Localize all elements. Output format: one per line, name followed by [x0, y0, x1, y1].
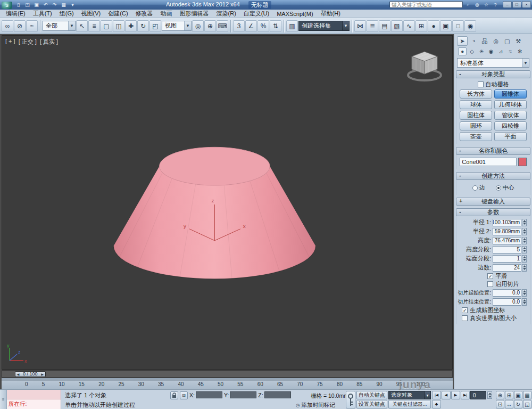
select-and-scale-icon[interactable]: ◰: [149, 20, 161, 32]
snaps-toggle-icon[interactable]: 3: [233, 20, 245, 32]
macro-recorder-line[interactable]: [7, 390, 61, 399]
object-type-button[interactable]: 圆环: [460, 121, 492, 130]
checkbox[interactable]: [462, 315, 468, 321]
rollout-header[interactable]: - 对象类型: [456, 70, 530, 78]
category-systems[interactable]: ✻: [516, 47, 524, 55]
rollout-header[interactable]: - 创建方法: [456, 172, 530, 180]
checkbox[interactable]: [487, 281, 493, 287]
parameter-value-field[interactable]: 24: [493, 264, 521, 272]
menu-item[interactable]: 修改器: [132, 10, 157, 18]
maximize-viewport-icon[interactable]: ◱: [523, 400, 531, 408]
spinner[interactable]: [522, 289, 527, 297]
rollout-header[interactable]: - 名称和颜色: [456, 147, 530, 155]
selection-filter-dropdown[interactable]: 全部 ▼: [43, 21, 76, 31]
select-and-move-icon[interactable]: ✚: [125, 20, 137, 32]
favorites-icon[interactable]: ☆: [483, 1, 490, 8]
frame-spinner[interactable]: [487, 391, 492, 399]
qat-dropdown-icon[interactable]: ▾: [69, 1, 77, 9]
project-folder-icon[interactable]: ▦: [60, 1, 68, 9]
parameter-value-field[interactable]: 0.0: [493, 289, 521, 297]
creation-method-option[interactable]: 中心: [496, 184, 514, 192]
parameter-value-field[interactable]: 0.0: [493, 298, 521, 306]
checkbox[interactable]: [462, 307, 468, 313]
category-lights[interactable]: ☀: [477, 47, 486, 55]
percent-snap-icon[interactable]: %: [257, 20, 269, 32]
chevron-down-icon[interactable]: ▼: [68, 21, 75, 30]
pan-icon[interactable]: ↔: [505, 400, 513, 408]
menu-item[interactable]: 视图(V): [78, 10, 105, 18]
menu-item[interactable]: 渲染(R): [213, 10, 240, 18]
object-name-field[interactable]: Cone001: [460, 158, 517, 166]
redo-icon[interactable]: ↷: [51, 1, 59, 9]
new-scene-icon[interactable]: ▯: [14, 1, 22, 9]
communication-center-icon[interactable]: ◍: [473, 1, 481, 8]
close-button[interactable]: ×: [522, 1, 531, 8]
object-type-button[interactable]: 几何球体: [494, 100, 527, 109]
time-slider-handle[interactable]: ◀ 0 / 100 ▶: [15, 371, 46, 377]
tab-motion[interactable]: ◎: [491, 36, 501, 46]
zoom-all-icon[interactable]: ⊞: [505, 391, 513, 399]
absolute-offset-toggle[interactable]: ⊡: [180, 391, 188, 399]
object-type-button[interactable]: 圆柱体: [460, 111, 492, 120]
menu-item[interactable]: 帮助(H): [317, 10, 344, 18]
category-geometry[interactable]: ●: [458, 47, 467, 55]
checkbox[interactable]: [487, 273, 493, 279]
spinner[interactable]: [522, 264, 527, 272]
coordinate-field[interactable]: [230, 391, 256, 398]
object-type-button[interactable]: 平面: [494, 132, 527, 141]
chevron-down-icon[interactable]: ▼: [184, 21, 191, 30]
select-object-icon[interactable]: ↖: [76, 20, 88, 32]
previous-frame-icon[interactable]: ◀: [442, 391, 451, 399]
parameter-value-field[interactable]: 5: [493, 246, 521, 253]
object-type-button[interactable]: 四棱锥: [494, 121, 527, 130]
time-slider-track[interactable]: ◀ 0 / 100 ▶: [2, 370, 453, 378]
object-color-swatch[interactable]: [518, 158, 527, 166]
parameter-value-field[interactable]: 76.476mm: [493, 237, 521, 244]
go-to-start-icon[interactable]: |◀: [432, 391, 441, 399]
maximize-button[interactable]: □: [512, 1, 521, 8]
object-type-button[interactable]: 管状体: [494, 111, 527, 120]
select-by-name-icon[interactable]: ≡: [88, 20, 100, 32]
tab-hierarchy[interactable]: 品: [479, 36, 490, 46]
render-setup-icon[interactable]: ▣: [440, 20, 452, 32]
layer-manager-icon[interactable]: ▤: [379, 20, 390, 32]
menu-item[interactable]: 自定义(U): [240, 10, 273, 18]
frame-back-arrow-icon[interactable]: ◀: [15, 372, 21, 376]
mirror-icon[interactable]: ⋈: [354, 20, 366, 32]
spinner-snap-icon[interactable]: ⇅: [270, 20, 281, 32]
listener-line[interactable]: 所在行:: [7, 399, 61, 409]
coordinate-field[interactable]: [264, 391, 291, 398]
named-selection-sets-combo[interactable]: 创建选择集 ▼: [298, 21, 350, 31]
timeline-ruler[interactable]: 0510152025303540455055606570758085909510…: [2, 378, 453, 389]
search-icon[interactable]: ⌕: [464, 1, 472, 8]
parameter-value-field[interactable]: 59.809mm: [493, 228, 521, 235]
menu-item[interactable]: 图形编辑器: [176, 10, 213, 18]
category-shapes[interactable]: ◇: [468, 47, 476, 55]
reference-coordinate-dropdown[interactable]: 视图 ▼: [162, 21, 192, 31]
keyboard-override-icon[interactable]: ⌨: [217, 20, 228, 32]
parameter-value-field[interactable]: 100.103mm: [493, 219, 521, 226]
key-filters-button[interactable]: 关键点过滤器...: [388, 400, 431, 408]
parameter-value-field[interactable]: 1: [493, 255, 521, 263]
viewport-pov-menu[interactable]: [ 正交 ]: [19, 38, 37, 46]
add-time-tag[interactable]: ◷ 添加时间标记: [296, 402, 335, 409]
help-icon[interactable]: ?: [492, 1, 499, 8]
spinner[interactable]: [522, 298, 527, 306]
edit-named-selection-sets-icon[interactable]: ▥: [286, 20, 298, 32]
select-and-rotate-icon[interactable]: ↻: [137, 20, 149, 32]
tab-utilities[interactable]: ⚒: [513, 36, 523, 46]
menu-item[interactable]: 组(G): [56, 10, 78, 18]
save-file-icon[interactable]: ▣: [32, 1, 40, 9]
chevron-down-icon[interactable]: ▼: [522, 59, 529, 67]
use-pivot-center-icon[interactable]: ◎: [192, 20, 204, 32]
curve-editor-icon[interactable]: ∿: [403, 20, 415, 32]
selection-lock-toggle[interactable]: [170, 391, 178, 399]
viewport-shading-menu[interactable]: [ 真实 ]: [40, 38, 58, 46]
zoom-extents-all-icon[interactable]: ▦: [523, 391, 531, 399]
play-icon[interactable]: ▶: [451, 391, 460, 399]
render-production-icon[interactable]: ◉: [464, 20, 476, 32]
coordinate-field[interactable]: [196, 391, 222, 398]
rendered-frame-icon[interactable]: □: [452, 20, 464, 32]
radio-button[interactable]: [472, 185, 478, 191]
spinner[interactable]: [522, 228, 527, 235]
